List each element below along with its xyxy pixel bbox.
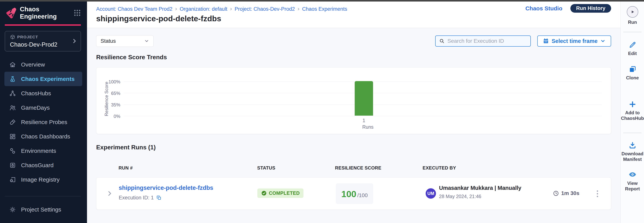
chaos-studio-link[interactable]: Chaos Studio xyxy=(526,5,562,12)
search-icon xyxy=(439,38,445,44)
expand-row-chevron-icon[interactable] xyxy=(106,190,113,197)
select-time-frame-button[interactable]: Select time frame xyxy=(537,36,611,47)
action-rail: Run Edit Clone Add to ChaosHub Downlo xyxy=(620,2,644,223)
rail-run-button[interactable]: Run xyxy=(621,6,644,25)
project-name: Chaos-Dev-Prod2 xyxy=(10,41,77,48)
sidebar-item-overview[interactable]: Overview xyxy=(0,57,87,72)
people-icon xyxy=(9,104,16,111)
sidebar-item-chaosguard[interactable]: ChaosGuard xyxy=(0,158,87,172)
play-icon xyxy=(630,9,635,14)
status-text: COMPLETED xyxy=(269,190,300,196)
chevron-down-icon xyxy=(600,38,606,44)
accent-underline xyxy=(5,24,81,26)
sidebar-item-resilience-probes[interactable]: Resilience Probes xyxy=(0,115,87,129)
main-area: Account: Chaos Dev Team Prod2 › Organiza… xyxy=(87,2,620,223)
project-selector[interactable]: PROJECT Chaos-Dev-Prod2 xyxy=(5,31,81,51)
breadcrumb-separator: › xyxy=(230,5,232,12)
score-total: /100 xyxy=(357,192,368,198)
run-duration: 1m 30s xyxy=(553,190,579,196)
app-title: Chaos Engineering xyxy=(20,6,73,20)
column-header-executed: EXECUTED BY xyxy=(422,165,456,171)
rail-add-to-chaoshub-button[interactable]: Add to ChaosHub xyxy=(621,100,644,121)
page-header: Account: Chaos Dev Team Prod2 › Organiza… xyxy=(87,2,620,28)
window-edge xyxy=(0,0,644,2)
rail-view-report-button[interactable]: View Report xyxy=(621,170,644,192)
chart-bar xyxy=(355,81,373,116)
row-menu-kebab-icon[interactable] xyxy=(594,189,601,199)
eye-icon xyxy=(628,170,637,179)
y-tick-35: 35% xyxy=(103,102,120,107)
breadcrumb-separator: › xyxy=(175,5,177,12)
pencil-icon xyxy=(628,41,636,49)
rail-edit-button[interactable]: Edit xyxy=(621,41,644,56)
dashboard-icon xyxy=(9,133,16,140)
experiment-runs-title: Experiment Runs (1) xyxy=(96,144,156,151)
score-value: 100 xyxy=(341,189,356,199)
status-badge: COMPLETED xyxy=(257,188,304,198)
clock-icon xyxy=(553,190,559,196)
lock-icon xyxy=(9,162,16,169)
gear-icon xyxy=(9,206,16,213)
column-header-run: RUN # xyxy=(118,165,133,171)
search-input[interactable] xyxy=(448,38,527,44)
page-title: shippingservice-pod-delete-fzdbs xyxy=(96,14,221,23)
content-area: Status Select time frame xyxy=(87,28,620,223)
run-history-button[interactable]: Run History xyxy=(570,4,611,13)
column-header-status: STATUS xyxy=(257,165,275,171)
run-name-link[interactable]: shippingservice-pod-delete-fzdbs xyxy=(119,184,213,191)
y-tick-0: 0% xyxy=(103,114,120,119)
rail-divider xyxy=(623,32,642,32)
executed-by-name: Umasankar Mukkara | Manually xyxy=(439,185,521,191)
sidebar-item-gamedays[interactable]: GameDays xyxy=(0,100,87,115)
chevron-down-icon xyxy=(144,39,149,44)
execution-search xyxy=(435,36,531,47)
app-window: Chaos Engineering PROJECT Chaos-Dev-Prod… xyxy=(0,0,644,223)
clone-icon xyxy=(628,65,636,73)
breadcrumb-organization[interactable]: Organization: default xyxy=(180,6,227,12)
registry-icon xyxy=(9,176,16,183)
gridline xyxy=(124,116,602,116)
rail-download-manifest-button[interactable]: Download Manifest xyxy=(621,141,644,162)
sidebar-item-environments[interactable]: Environments xyxy=(0,144,87,158)
flask-icon xyxy=(9,76,16,82)
sidebar-item-chaos-dashboards[interactable]: Chaos Dashboards xyxy=(0,129,87,144)
home-icon xyxy=(9,61,16,68)
sidebar-nav: Overview Chaos Experiments ChaosHubs xyxy=(0,57,87,187)
hub-icon xyxy=(9,90,16,97)
resilience-score-box: 100 /100 xyxy=(336,183,373,204)
breadcrumb-project[interactable]: Project: Chaos-Dev-Prod2 xyxy=(234,6,295,12)
chevron-right-icon xyxy=(72,38,77,44)
sidebar: Chaos Engineering PROJECT Chaos-Dev-Prod… xyxy=(0,2,87,223)
breadcrumb-chaos-experiments[interactable]: Chaos Experiments xyxy=(302,6,347,12)
sidebar-item-image-registry[interactable]: Image Registry xyxy=(0,172,87,187)
hexagons-icon xyxy=(9,147,16,154)
app-switcher-grid-icon[interactable] xyxy=(73,9,81,17)
plus-icon xyxy=(629,100,636,108)
harness-chaos-logo-icon xyxy=(6,7,16,19)
calendar-icon xyxy=(543,38,549,44)
project-label: PROJECT xyxy=(17,35,38,39)
status-filter-dropdown[interactable]: Status xyxy=(96,35,154,47)
cube-icon xyxy=(10,34,15,40)
rail-divider xyxy=(623,133,642,133)
x-category-label: 1 xyxy=(355,118,373,123)
sidebar-item-chaos-experiments[interactable]: Chaos Experiments xyxy=(4,72,82,86)
experiment-run-row: shippingservice-pod-delete-fzdbs Executi… xyxy=(96,177,611,210)
copy-icon[interactable] xyxy=(156,195,162,200)
check-circle-icon xyxy=(261,190,267,196)
x-axis-label: Runs xyxy=(356,124,379,130)
y-tick-65: 65% xyxy=(103,91,120,96)
y-tick-100: 100% xyxy=(103,79,120,84)
rail-clone-button[interactable]: Clone xyxy=(621,65,644,81)
download-icon xyxy=(628,141,636,149)
execution-id-label: Execution ID: 1 xyxy=(119,195,154,201)
probe-icon xyxy=(9,119,16,126)
sidebar-item-chaoshubs[interactable]: ChaosHubs xyxy=(0,86,87,100)
status-filter-label: Status xyxy=(100,38,116,44)
sidebar-item-project-settings[interactable]: Project Settings xyxy=(0,202,87,217)
sidebar-divider xyxy=(5,196,81,196)
select-time-frame-label: Select time frame xyxy=(552,38,598,44)
breadcrumb: Account: Chaos Dev Team Prod2 › Organiza… xyxy=(96,6,347,12)
breadcrumb-account[interactable]: Account: Chaos Dev Team Prod2 xyxy=(96,6,172,12)
avatar: UM xyxy=(426,188,436,199)
